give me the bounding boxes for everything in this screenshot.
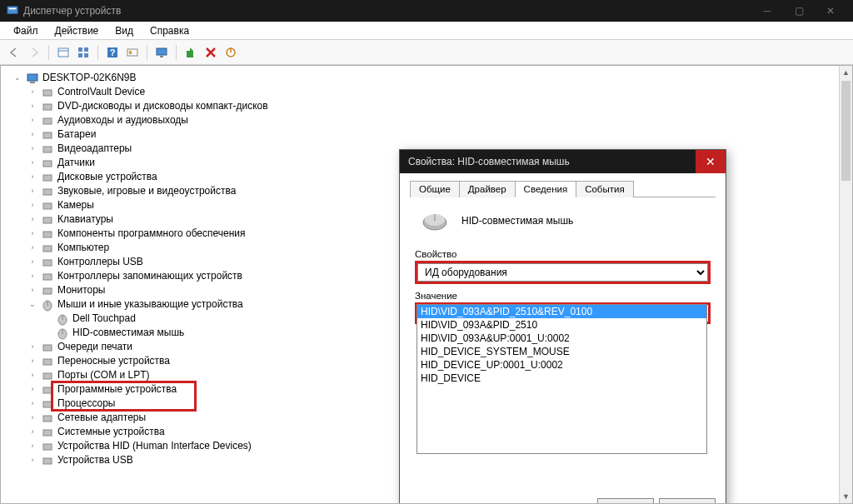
chevron-right-icon[interactable]: ›	[27, 243, 37, 253]
menu-file[interactable]: Файл	[5, 23, 47, 38]
chevron-right-icon[interactable]: ›	[27, 144, 37, 154]
help-button[interactable]: ?	[103, 43, 122, 62]
chevron-right-icon[interactable]: ›	[27, 158, 37, 168]
scroll-thumb[interactable]	[841, 81, 851, 181]
list-item[interactable]: HID_DEVICE	[417, 372, 706, 385]
chevron-right-icon[interactable]: ›	[27, 442, 37, 452]
svg-rect-0	[7, 7, 17, 14]
minimize-button[interactable]: ─	[751, 0, 783, 22]
list-item[interactable]: HID\VID_093A&UP:0001_U:0002	[417, 332, 706, 345]
tree-item-label: Программные устройства	[57, 382, 177, 397]
device-category-icon	[41, 355, 54, 368]
device-category-icon	[56, 327, 69, 340]
expander-icon[interactable]: ⌄	[12, 73, 22, 83]
list-item[interactable]: HID_DEVICE_SYSTEM_MOUSE	[417, 345, 706, 358]
chevron-right-icon[interactable]: ›	[27, 286, 37, 296]
maximize-button[interactable]: ▢	[783, 0, 815, 22]
chevron-right-icon[interactable]: ›	[27, 102, 37, 112]
chevron-right-icon[interactable]: ›	[27, 87, 37, 97]
scrollbar-vertical[interactable]: ▲ ▼	[839, 66, 852, 503]
svg-rect-48	[43, 458, 52, 464]
svg-rect-6	[78, 53, 82, 57]
tree-item-label: Очереди печати	[57, 340, 132, 354]
chevron-right-icon[interactable]	[42, 328, 52, 338]
tree-item-label: Звуковые, игровые и видеоустройства	[57, 184, 236, 198]
tab-details[interactable]: Сведения	[515, 181, 577, 197]
tab-driver[interactable]: Драйвер	[459, 181, 516, 197]
chevron-right-icon[interactable]: ›	[27, 385, 37, 395]
svg-rect-11	[129, 51, 132, 54]
tree-item-label: Dell Touchpad	[72, 312, 136, 326]
ok-button[interactable]: OK	[597, 498, 654, 504]
show-hidden-button[interactable]	[54, 43, 72, 62]
scroll-down-icon[interactable]: ▼	[840, 490, 852, 503]
chevron-right-icon[interactable]: ›	[27, 215, 37, 225]
tree-root[interactable]: ⌄ DESKTOP-02K6N9B	[11, 71, 852, 85]
property-select[interactable]: ИД оборудования	[417, 263, 708, 282]
svg-rect-21	[43, 118, 52, 124]
chevron-right-icon[interactable]: ›	[27, 229, 37, 239]
chevron-right-icon[interactable]: ›	[27, 116, 37, 126]
chevron-right-icon[interactable]: ›	[27, 456, 37, 466]
tab-general[interactable]: Общие	[410, 181, 460, 197]
svg-rect-12	[157, 48, 167, 55]
tree-item-label: Контроллеры запоминающих устройств	[57, 269, 242, 283]
svg-rect-10	[127, 49, 137, 56]
list-item[interactable]: HID\VID_093A&PID_2510	[417, 318, 706, 332]
device-category-icon	[41, 185, 54, 198]
tree-item-label: Датчики	[57, 156, 95, 170]
chevron-right-icon[interactable]	[42, 314, 52, 324]
list-item[interactable]: HID_DEVICE_UP:0001_U:0002	[417, 358, 706, 372]
chevron-right-icon[interactable]: ›	[27, 257, 37, 267]
mouse-icon	[418, 209, 451, 232]
tree-item[interactable]: ›Батареи	[26, 127, 852, 142]
device-category-icon	[41, 341, 54, 354]
chevron-right-icon[interactable]: ›	[27, 187, 37, 197]
chevron-right-icon[interactable]: ›	[27, 371, 37, 381]
chevron-right-icon[interactable]: ›	[27, 172, 37, 182]
view-button[interactable]	[74, 43, 92, 62]
tab-events[interactable]: События	[576, 181, 633, 197]
window-titlebar: Диспетчер устройств ─ ▢ ✕	[0, 0, 853, 22]
monitor-icon[interactable]	[152, 43, 171, 62]
device-category-icon	[41, 227, 54, 241]
uninstall-button[interactable]	[202, 43, 220, 62]
chevron-right-icon[interactable]: ›	[27, 342, 37, 352]
dialog-close-button[interactable]: ✕	[696, 150, 726, 173]
close-button[interactable]: ✕	[815, 0, 846, 22]
svg-rect-1	[9, 8, 17, 10]
svg-rect-7	[84, 53, 88, 57]
chevron-right-icon[interactable]: ›	[27, 357, 37, 367]
menu-help[interactable]: Справка	[142, 23, 197, 38]
device-category-icon	[41, 412, 54, 425]
update-driver-button[interactable]	[182, 43, 200, 62]
svg-text:?: ?	[110, 47, 116, 57]
cancel-button[interactable]: Отмена	[659, 498, 716, 504]
chevron-right-icon[interactable]: ›	[27, 201, 37, 211]
svg-rect-2	[58, 48, 68, 57]
list-item[interactable]: HID\VID_093A&PID_2510&REV_0100	[417, 305, 706, 318]
chevron-right-icon[interactable]: ›	[27, 130, 37, 140]
svg-rect-32	[43, 274, 52, 280]
back-button[interactable]	[5, 43, 23, 62]
chevron-right-icon[interactable]: ›	[27, 272, 37, 282]
forward-button[interactable]	[25, 43, 43, 62]
chevron-right-icon[interactable]: ›	[27, 399, 37, 409]
tree-item[interactable]: ›Аудиовходы и аудиовыходы	[26, 113, 852, 127]
chevron-right-icon[interactable]: ›	[27, 427, 37, 437]
menu-action[interactable]: Действие	[47, 23, 107, 38]
chevron-right-icon[interactable]: ›	[27, 413, 37, 423]
scan-button[interactable]	[123, 43, 142, 62]
tree-item-label: Порты (COM и LPT)	[57, 368, 150, 382]
disable-button[interactable]	[222, 43, 240, 62]
tree-item-label: Мыши и иные указывающие устройства	[57, 297, 243, 312]
device-category-icon	[41, 397, 54, 411]
device-category-icon	[41, 256, 54, 269]
scroll-up-icon[interactable]: ▲	[840, 66, 852, 79]
device-category-icon	[41, 213, 54, 227]
menu-view[interactable]: Вид	[107, 23, 142, 38]
tree-item[interactable]: ›ControlVault Device	[26, 85, 852, 99]
tree-item[interactable]: ›DVD-дисководы и дисководы компакт-диско…	[26, 99, 852, 113]
value-listbox[interactable]: HID\VID_093A&PID_2510&REV_0100HID\VID_09…	[417, 304, 707, 454]
chevron-down-icon[interactable]: ⌄	[27, 300, 37, 310]
